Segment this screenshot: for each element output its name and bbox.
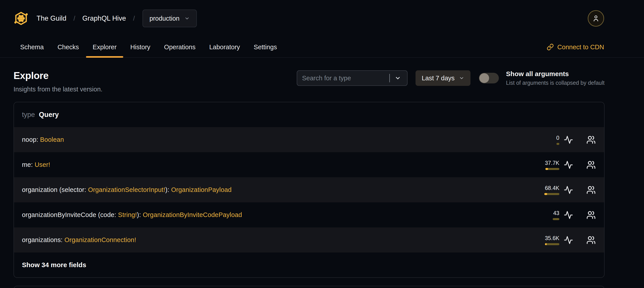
users-icon[interactable] (586, 135, 596, 144)
usage-bar-fill (546, 168, 548, 170)
type-card: type Query noop: Boolean0me: User!37.7Ko… (14, 102, 604, 278)
breadcrumb-project[interactable]: GraphQL Hive (82, 15, 126, 23)
tab-schema[interactable]: Schema (14, 37, 50, 57)
graphql-type-link[interactable]: Boolean (40, 136, 64, 143)
field-stats: 37.7K (530, 160, 596, 170)
chevron-down-icon (184, 16, 190, 21)
toggle-description: List of arguments is collapsed by defaul… (506, 80, 604, 86)
field-stats: 35.6K (530, 235, 596, 245)
field-row[interactable]: organizationByInviteCode (code: String!)… (14, 202, 604, 227)
activity-icon[interactable] (564, 235, 573, 245)
field-stats: 43 (530, 210, 596, 220)
field-text: organization (selector: (22, 186, 88, 193)
breadcrumb-separator: / (133, 15, 135, 22)
explore-controls: Last 7 days Show all arguments List of a… (297, 70, 604, 86)
usage-bar-fill (544, 193, 547, 195)
usage-stat: 0 (530, 135, 559, 145)
breadcrumb-org[interactable]: The Guild (36, 15, 66, 23)
field-row[interactable]: me: User!37.7K (14, 152, 604, 177)
user-icon (592, 15, 600, 23)
field-signature: noop: Boolean (22, 136, 64, 143)
connect-cdn-label: Connect to CDN (557, 44, 604, 51)
tab-history[interactable]: History (124, 37, 157, 57)
activity-icon[interactable] (564, 135, 573, 144)
field-text: noop: (22, 136, 40, 143)
target-selector-value: production (150, 15, 180, 22)
type-name: Query (39, 111, 59, 119)
request-count: 37.7K (545, 160, 559, 166)
toggle-label: Show all arguments (506, 70, 604, 78)
type-search-combobox[interactable] (297, 70, 408, 86)
toggle-knob (479, 73, 489, 83)
field-text: ): (165, 186, 171, 193)
request-count: 35.6K (545, 235, 559, 241)
users-icon[interactable] (586, 235, 596, 245)
usage-stat: 68.4K (530, 185, 559, 195)
usage-bar (545, 243, 559, 245)
users-icon[interactable] (586, 210, 596, 220)
usage-bar (556, 143, 559, 145)
user-menu-button[interactable] (588, 10, 604, 27)
breadcrumb: The Guild / GraphQL Hive / production (36, 10, 197, 27)
usage-bar (544, 193, 559, 195)
toggle-labels: Show all arguments List of arguments is … (506, 70, 604, 86)
tab-explorer[interactable]: Explorer (86, 37, 123, 57)
show-more-fields-button[interactable]: Show 34 more fields (14, 252, 604, 277)
field-signature: organizations: OrganizationConnection! (22, 236, 136, 244)
field-row[interactable]: organization (selector: OrganizationSele… (14, 177, 604, 202)
chevron-down-icon[interactable] (395, 75, 401, 81)
page-subtitle: Insights from the latest version. (14, 86, 102, 93)
graphql-type-link[interactable]: OrganizationPayload (171, 186, 232, 193)
request-count: 0 (556, 135, 559, 141)
field-signature: me: User! (22, 161, 50, 168)
request-count: 43 (553, 210, 559, 216)
field-row[interactable]: noop: Boolean0 (14, 127, 604, 152)
graphql-type-link[interactable]: OrganizationConnection! (64, 236, 136, 243)
period-selector-value: Last 7 days (422, 75, 454, 82)
target-selector[interactable]: production (142, 10, 197, 27)
activity-icon[interactable] (564, 210, 573, 220)
app-header: The Guild / GraphQL Hive / production (0, 0, 644, 37)
graphql-type-link[interactable]: OrganizationSelectorInput! (88, 186, 165, 193)
tab-operations[interactable]: Operations (157, 37, 202, 57)
breadcrumb-separator: / (73, 15, 75, 22)
usage-bar (546, 168, 559, 170)
field-row[interactable]: organizations: OrganizationConnection!35… (14, 227, 604, 252)
connect-cdn-link[interactable]: Connect to CDN (547, 37, 604, 57)
field-text: me: (22, 161, 34, 168)
next-type-card (14, 286, 604, 288)
tab-checks[interactable]: Checks (51, 37, 86, 57)
activity-icon[interactable] (564, 185, 573, 195)
field-text: organizationByInviteCode (code: (22, 211, 118, 218)
show-arguments-toggle[interactable] (479, 73, 499, 83)
main-nav: SchemaChecksExplorerHistoryOperationsLab… (0, 37, 644, 58)
graphql-type-link[interactable]: String! (118, 211, 137, 218)
type-card-header: type Query (14, 102, 604, 127)
tab-laboratory[interactable]: Laboratory (202, 37, 247, 57)
usage-stat: 35.6K (530, 235, 559, 245)
request-count: 68.4K (545, 185, 559, 191)
period-selector[interactable]: Last 7 days (416, 70, 470, 86)
users-icon[interactable] (586, 160, 596, 169)
link-icon (547, 44, 554, 51)
explore-page: Explore Insights from the latest version… (0, 70, 644, 288)
tab-settings[interactable]: Settings (247, 37, 284, 57)
combobox-divider (389, 74, 390, 82)
field-signature: organization (selector: OrganizationSele… (22, 186, 232, 193)
usage-stat: 43 (530, 210, 559, 220)
type-search-input[interactable] (302, 75, 388, 82)
graphql-type-link[interactable]: OrganizationByInviteCodePayload (143, 211, 242, 218)
graphql-type-link[interactable]: User! (34, 161, 50, 168)
field-signature: organizationByInviteCode (code: String!)… (22, 211, 242, 218)
usage-stat: 37.7K (530, 160, 559, 170)
field-text: organizations: (22, 236, 64, 243)
field-text: ): (137, 211, 143, 218)
field-stats: 0 (530, 135, 596, 145)
hive-logo-icon[interactable] (14, 11, 28, 26)
type-keyword: type (22, 111, 35, 119)
page-title: Explore (14, 70, 102, 81)
field-stats: 68.4K (530, 185, 596, 195)
title-block: Explore Insights from the latest version… (14, 70, 102, 93)
users-icon[interactable] (586, 185, 596, 195)
activity-icon[interactable] (564, 160, 573, 169)
